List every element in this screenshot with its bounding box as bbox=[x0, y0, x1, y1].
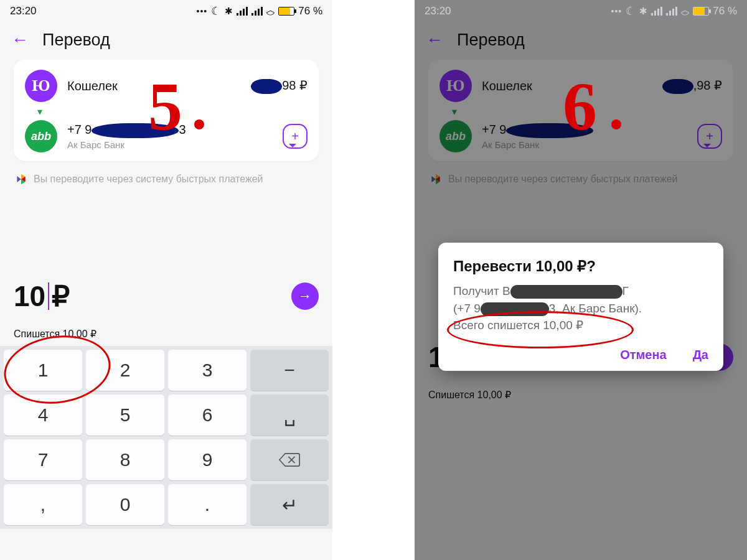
redaction-mask bbox=[481, 302, 549, 316]
text-caret bbox=[48, 282, 49, 310]
battery-icon bbox=[278, 7, 294, 16]
bank-avatar-icon: abb bbox=[25, 120, 57, 152]
page-title: Перевод bbox=[42, 30, 110, 50]
dialog-body: Получит ВГ (+7 93, Ак Барс Банк). Всего … bbox=[453, 282, 708, 334]
key-9[interactable]: 9 bbox=[168, 439, 247, 480]
status-bar: 23:20 ••• 76 % bbox=[0, 0, 332, 22]
amount-input[interactable]: 10₽ bbox=[14, 279, 70, 313]
add-message-icon[interactable]: + bbox=[283, 124, 308, 149]
signal-icon-2 bbox=[251, 7, 263, 16]
key-1[interactable]: 1 bbox=[4, 350, 82, 391]
sbp-text: Вы переводите через систему быстрых плат… bbox=[34, 174, 263, 185]
battery-percent: 76 % bbox=[298, 5, 322, 17]
wifi-icon bbox=[266, 3, 275, 19]
redaction-mask bbox=[92, 123, 179, 138]
sbp-icon bbox=[15, 172, 27, 186]
redaction-mask bbox=[510, 285, 622, 299]
redaction-mask bbox=[251, 79, 282, 94]
key-8[interactable]: 8 bbox=[86, 439, 164, 480]
wallet-avatar-icon: Ю bbox=[25, 70, 57, 102]
annotation-dot bbox=[611, 119, 621, 129]
key-5[interactable]: 5 bbox=[86, 394, 164, 436]
svg-marker-0 bbox=[17, 176, 21, 182]
status-time: 23:20 bbox=[10, 5, 37, 17]
key-4[interactable]: 4 bbox=[4, 394, 82, 436]
app-header: ← Перевод bbox=[0, 22, 332, 57]
chevron-down-icon[interactable]: ▾ bbox=[37, 106, 308, 118]
dialog-title: Перевести 10,00 ₽? bbox=[453, 258, 708, 275]
transfer-card: Ю Кошелек 98 ₽ ▾ abb +7 93 Ак Барс Банк … bbox=[14, 60, 319, 161]
key-enter[interactable]: ↵ bbox=[250, 484, 329, 525]
more-dots-icon: ••• bbox=[197, 6, 208, 16]
key-6[interactable]: 6 bbox=[168, 394, 247, 436]
status-time: 23:20 bbox=[425, 5, 451, 17]
back-arrow-icon[interactable]: ← bbox=[11, 31, 29, 49]
more-dots-icon: ••• bbox=[611, 6, 622, 16]
battery-icon bbox=[693, 7, 709, 16]
sbp-info: Вы переводите через систему быстрых плат… bbox=[15, 172, 317, 186]
bluetooth-icon bbox=[639, 5, 647, 17]
key-dot[interactable]: . bbox=[168, 484, 247, 525]
battery-percent: 76 % bbox=[713, 5, 737, 17]
dnd-moon-icon bbox=[626, 4, 636, 18]
key-2[interactable]: 2 bbox=[86, 350, 164, 391]
key-comma[interactable]: , bbox=[4, 484, 82, 525]
bluetooth-icon bbox=[225, 5, 233, 17]
source-wallet-row[interactable]: Ю Кошелек 98 ₽ bbox=[25, 70, 308, 102]
key-3[interactable]: 3 bbox=[168, 350, 247, 391]
signal-icon-1 bbox=[237, 7, 248, 16]
numeric-keypad: 1 2 3 − 4 5 6 ␣ 7 8 9 , 0 . ↵ bbox=[0, 346, 332, 529]
wallet-label: Кошелек bbox=[67, 79, 251, 93]
key-minus[interactable]: − bbox=[250, 350, 329, 391]
dnd-moon-icon bbox=[211, 4, 221, 18]
key-0[interactable]: 0 bbox=[86, 484, 164, 525]
key-backspace[interactable] bbox=[250, 439, 329, 480]
dialog-cancel-button[interactable]: Отмена bbox=[620, 348, 666, 362]
wallet-balance: 98 ₽ bbox=[251, 78, 308, 94]
key-7[interactable]: 7 bbox=[4, 439, 82, 480]
amount-block: 10₽ → bbox=[0, 279, 332, 324]
recipient-bank: Ак Барс Банк bbox=[67, 139, 283, 150]
annotation-dot bbox=[194, 119, 204, 129]
dialog-ok-button[interactable]: Да bbox=[693, 348, 708, 362]
key-space[interactable]: ␣ bbox=[250, 394, 329, 436]
status-bar: 23:20 ••• 76 % bbox=[415, 0, 747, 22]
recipient-row[interactable]: abb +7 93 Ак Барс Банк + bbox=[25, 120, 308, 152]
confirm-dialog: Перевести 10,00 ₽? Получит ВГ (+7 93, Ак… bbox=[438, 243, 723, 371]
submit-button[interactable]: → bbox=[291, 282, 319, 310]
charge-label: Спишется 10,00 ₽ bbox=[0, 328, 332, 346]
recipient-phone: +7 93 bbox=[67, 123, 283, 138]
signal-icon-1 bbox=[651, 7, 662, 16]
signal-icon-2 bbox=[666, 7, 677, 16]
wifi-icon bbox=[681, 3, 689, 19]
